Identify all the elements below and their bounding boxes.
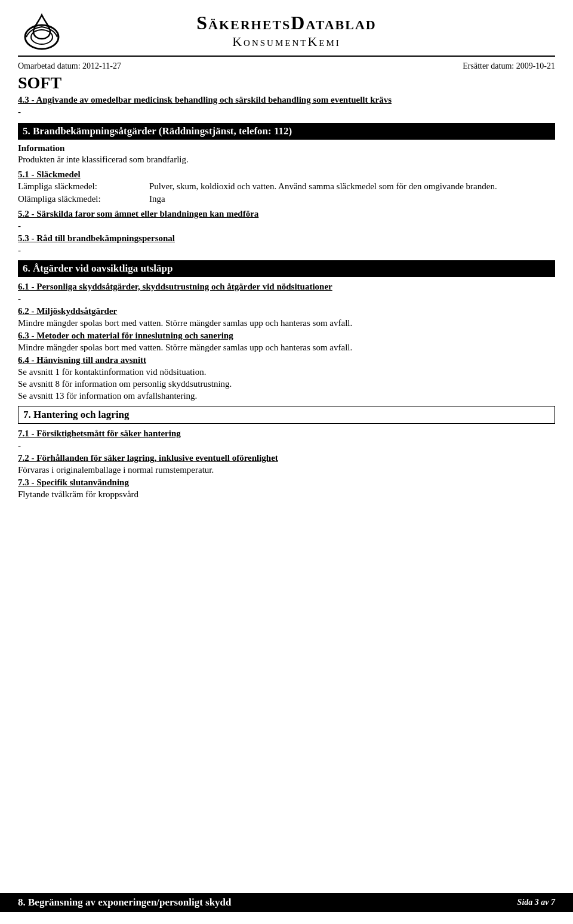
subsection-7-1-dash: - [18,441,555,451]
subsection-7-3-title: 7.3 - Specifik slutanvändning [18,478,555,488]
info-text: Produkten är inte klassificerad som bran… [18,155,555,165]
section-6-header: 6. Åtgärder vid oavsiktliga utsläpp [18,260,555,277]
section-5-header: 5. Brandbekämpningsåtgärder (Räddningstj… [18,123,555,140]
omarbetad-date: Omarbetad datum: 2012-11-27 [18,61,121,71]
company-logo [18,12,66,54]
subsection-7-3-text: Flytande tvålkräm för kroppsvård [18,489,555,500]
subsection-7-2-text: Förvaras i originalemballage i normal ru… [18,465,555,475]
lampliga-label: Lämpliga släckmedel: [18,181,149,192]
subsection-6-4-text1: Se avsnitt 1 för kontaktinformation vid … [18,367,555,377]
subsection-6-1-title: 6.1 - Personliga skyddsåtgärder, skyddsu… [18,282,555,292]
subsection-6-2-title: 6.2 - Miljöskyddsåtgärder [18,306,555,316]
lampliga-row: Lämpliga släckmedel: Pulver, skum, koldi… [18,181,555,192]
subsection-5-3-title: 5.3 - Råd till brandbekämpningspersonal [18,233,555,244]
subsection-6-1-dash: - [18,294,555,304]
ersatter-date: Ersätter datum: 2009-10-21 [463,61,555,71]
subsection-6-4-text3: Se avsnitt 13 för information om avfalls… [18,391,555,401]
lampliga-value: Pulver, skum, koldioxid och vatten. Anvä… [149,181,555,192]
main-title: SäkerhetsDatablad [196,12,376,34]
page: SäkerhetsDatablad KonsumentKemi Omarbeta… [0,0,573,924]
svg-point-1 [31,30,53,44]
subsection-6-3-text: Mindre mängder spolas bort med vatten. S… [18,343,555,353]
footer-page: Sida 3 av 7 [517,898,555,907]
section-4-3-text: 4.3 - Angivande av omedelbar medicinsk b… [18,95,392,104]
logo-area [18,12,66,56]
section-8-header: 8. Begränsning av exponeringen/personlig… [18,897,232,908]
subsection-5-2-dash: - [18,221,555,231]
title-area: SäkerhetsDatablad KonsumentKemi [196,12,376,50]
olampliga-row: Olämpliga släckmedel: Inga [18,194,555,204]
header: SäkerhetsDatablad KonsumentKemi [18,12,555,57]
section-7-header: 7. Hantering och lagring [18,406,555,424]
subsection-7-1-title: 7.1 - Försiktighetsmått för säker hanter… [18,429,555,439]
olampliga-label: Olämpliga släckmedel: [18,194,149,204]
subsection-5-2-title: 5.2 - Särskilda faror som ämnet eller bl… [18,209,555,219]
subsection-6-3-title: 6.3 - Metoder och material för inneslutn… [18,331,555,341]
subsection-6-4-text2: Se avsnitt 8 för information om personli… [18,379,555,389]
section-4-3-block: 4.3 - Angivande av omedelbar medicinsk b… [18,95,555,117]
product-name: SOFT [18,73,555,93]
subsection-5-1-title: 5.1 - Släckmedel [18,170,555,180]
section-4-3-dash: - [18,107,555,117]
subsection-7-2-title: 7.2 - Förhållanden för säker lagring, in… [18,453,555,463]
section-4-3-title: 4.3 - Angivande av omedelbar medicinsk b… [18,95,555,105]
lampliga-value-text: Pulver, skum, koldioxid och vatten. [149,181,276,191]
lampliga-note: Använd samma släckmedel som för den omgi… [278,181,497,191]
subsection-5-3-dash: - [18,245,555,255]
date-row: Omarbetad datum: 2012-11-27 Ersätter dat… [18,61,555,71]
footer-bar: 8. Begränsning av exponeringen/personlig… [0,893,573,912]
olampliga-value: Inga [149,194,555,204]
subsection-6-2-text: Mindre mängder spolas bort med vatten. S… [18,318,555,328]
svg-point-0 [25,25,58,49]
info-label: Information [18,143,555,153]
sub-title: KonsumentKemi [196,34,376,50]
subsection-6-4-title: 6.4 - Hänvisning till andra avsnitt [18,355,555,365]
